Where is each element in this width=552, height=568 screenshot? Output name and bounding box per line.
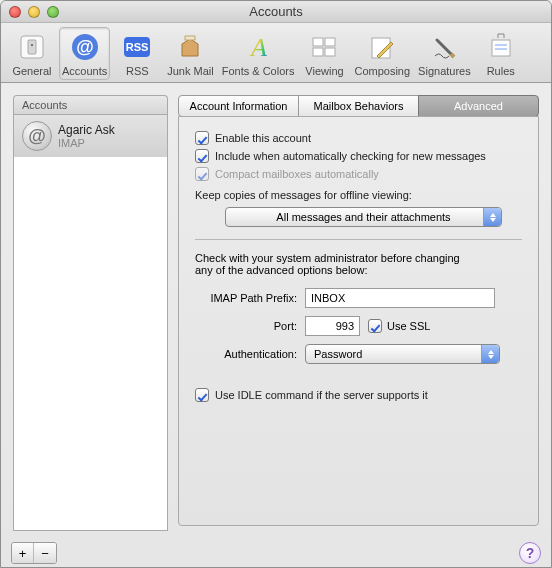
toolbar-rules[interactable]: Rules <box>476 27 526 80</box>
include-checking-checkbox[interactable] <box>195 149 209 163</box>
idle-checkbox[interactable] <box>195 388 209 402</box>
auth-row: Authentication: Password <box>195 344 522 364</box>
toolbar-accounts[interactable]: @ Accounts <box>59 27 110 80</box>
signatures-icon <box>428 31 460 63</box>
idle-row: Use IDLE command if the server supports … <box>195 388 522 402</box>
enable-account-row: Enable this account <box>195 131 522 145</box>
offline-select-value: All messages and their attachments <box>276 211 450 223</box>
toolbar-label: Signatures <box>418 65 471 77</box>
svg-text:@: @ <box>76 37 94 57</box>
toolbar: General @ Accounts RSS RSS Junk Mail A F… <box>1 23 551 83</box>
tab-bar: Account Information Mailbox Behaviors Ad… <box>178 95 539 117</box>
svg-rect-9 <box>313 38 323 46</box>
tab-mailbox-behaviors[interactable]: Mailbox Behaviors <box>298 95 419 117</box>
offline-label: Keep copies of messages for offline view… <box>195 189 522 201</box>
window-title: Accounts <box>1 4 551 19</box>
ssl-label: Use SSL <box>387 320 430 332</box>
toolbar-label: Fonts & Colors <box>222 65 295 77</box>
viewing-icon <box>308 31 340 63</box>
chevron-updown-icon <box>481 345 499 363</box>
accounts-list[interactable]: @ Agaric Ask IMAP <box>13 114 168 531</box>
imap-prefix-label: IMAP Path Prefix: <box>195 292 305 304</box>
account-row[interactable]: @ Agaric Ask IMAP <box>14 115 167 157</box>
port-input[interactable] <box>305 316 360 336</box>
svg-rect-14 <box>492 40 510 56</box>
general-icon <box>16 31 48 63</box>
auth-label: Authentication: <box>195 348 305 360</box>
auth-select-value: Password <box>314 348 362 360</box>
toolbar-label: Junk Mail <box>167 65 213 77</box>
advanced-panel: Enable this account Include when automat… <box>178 116 539 526</box>
toolbar-label: Viewing <box>305 65 343 77</box>
accounts-sidebar: Accounts @ Agaric Ask IMAP <box>13 95 168 531</box>
accounts-icon: @ <box>69 31 101 63</box>
svg-rect-12 <box>325 48 335 56</box>
settings-pane: Account Information Mailbox Behaviors Ad… <box>178 95 539 531</box>
preferences-window: Accounts General @ Accounts RSS RSS Junk… <box>0 0 552 568</box>
toolbar-junk[interactable]: Junk Mail <box>164 27 216 80</box>
bottom-bar: + − ? <box>1 539 551 567</box>
account-name: Agaric Ask <box>58 123 115 137</box>
titlebar[interactable]: Accounts <box>1 1 551 23</box>
account-texts: Agaric Ask IMAP <box>58 123 115 149</box>
toolbar-label: Composing <box>354 65 410 77</box>
toolbar-signatures[interactable]: Signatures <box>415 27 474 80</box>
at-icon: @ <box>22 121 52 151</box>
account-type: IMAP <box>58 137 115 149</box>
toolbar-viewing[interactable]: Viewing <box>299 27 349 80</box>
include-check-row: Include when automatically checking for … <box>195 149 522 163</box>
toolbar-fonts[interactable]: A Fonts & Colors <box>219 27 298 80</box>
compact-label: Compact mailboxes automatically <box>215 168 379 180</box>
toolbar-label: General <box>12 65 51 77</box>
admin-note: Check with your system administrator bef… <box>195 252 522 276</box>
chevron-updown-icon <box>483 208 501 226</box>
toolbar-rss[interactable]: RSS RSS <box>112 27 162 80</box>
tab-advanced[interactable]: Advanced <box>418 95 539 117</box>
sidebar-header: Accounts <box>13 95 168 114</box>
enable-account-checkbox[interactable] <box>195 131 209 145</box>
add-button[interactable]: + <box>12 543 34 563</box>
toolbar-composing[interactable]: Composing <box>351 27 413 80</box>
idle-label: Use IDLE command if the server supports … <box>215 389 428 401</box>
toolbar-label: Accounts <box>62 65 107 77</box>
offline-select[interactable]: All messages and their attachments <box>225 207 502 227</box>
svg-rect-7 <box>185 36 195 40</box>
rss-icon: RSS <box>121 31 153 63</box>
svg-rect-10 <box>325 38 335 46</box>
include-checking-label: Include when automatically checking for … <box>215 150 486 162</box>
compact-row: Compact mailboxes automatically <box>195 167 522 181</box>
separator <box>195 239 522 240</box>
imap-prefix-row: IMAP Path Prefix: <box>195 288 522 308</box>
toolbar-label: Rules <box>487 65 515 77</box>
svg-text:A: A <box>249 33 267 62</box>
toolbar-label: RSS <box>126 65 149 77</box>
port-row: Port: Use SSL <box>195 316 522 336</box>
svg-text:RSS: RSS <box>126 41 149 53</box>
ssl-checkbox[interactable] <box>368 319 382 333</box>
admin-note-line2: any of the advanced options below: <box>195 264 522 276</box>
composing-icon <box>366 31 398 63</box>
port-label: Port: <box>195 320 305 332</box>
svg-point-2 <box>31 44 33 46</box>
svg-rect-1 <box>28 40 36 54</box>
help-button[interactable]: ? <box>519 542 541 564</box>
svg-rect-11 <box>313 48 323 56</box>
toolbar-general[interactable]: General <box>7 27 57 80</box>
rules-icon <box>485 31 517 63</box>
compact-checkbox <box>195 167 209 181</box>
tab-account-info[interactable]: Account Information <box>178 95 299 117</box>
junk-icon <box>174 31 206 63</box>
admin-note-line1: Check with your system administrator bef… <box>195 252 522 264</box>
content-area: Accounts @ Agaric Ask IMAP Account Infor… <box>1 83 551 539</box>
add-remove-group: + − <box>11 542 57 564</box>
fonts-icon: A <box>242 31 274 63</box>
remove-button[interactable]: − <box>34 543 56 563</box>
imap-prefix-input[interactable] <box>305 288 495 308</box>
auth-select[interactable]: Password <box>305 344 500 364</box>
enable-account-label: Enable this account <box>215 132 311 144</box>
